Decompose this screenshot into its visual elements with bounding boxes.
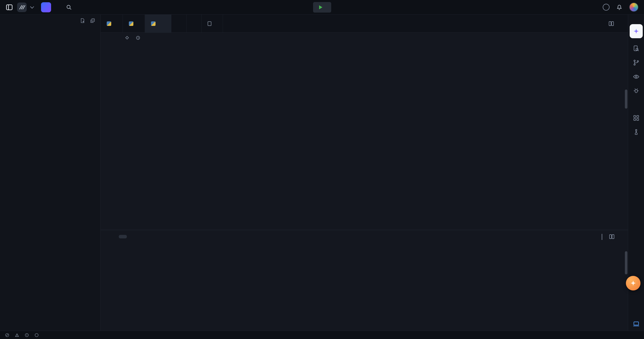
file-explorer xyxy=(0,15,101,331)
editor-tab[interactable] xyxy=(202,15,223,32)
python-file-icon xyxy=(151,21,156,26)
floating-assistant-mascot[interactable] xyxy=(626,276,640,290)
info-icon xyxy=(25,333,29,337)
play-icon xyxy=(319,5,322,9)
file-tree xyxy=(0,27,100,331)
bug-icon[interactable] xyxy=(632,87,640,95)
editor-scrollbar[interactable] xyxy=(624,43,628,230)
symbol-info-icon xyxy=(136,36,140,40)
notifications-bell-icon[interactable] xyxy=(616,4,623,11)
chevron-down-icon[interactable] xyxy=(31,7,33,8)
ports-badge[interactable] xyxy=(34,333,40,337)
editor-tab[interactable] xyxy=(123,15,145,32)
split-terminal-icon[interactable] xyxy=(609,234,615,240)
editor-area xyxy=(101,15,628,331)
terminal-output[interactable] xyxy=(101,243,628,331)
python-file-icon xyxy=(129,21,133,26)
user-avatar[interactable] xyxy=(629,3,638,12)
bottom-panel xyxy=(101,230,628,331)
scrollbar-thumb[interactable] xyxy=(625,251,627,274)
help-icon[interactable] xyxy=(603,4,610,11)
breadcrumb-item[interactable] xyxy=(136,36,142,40)
symbol-class-icon xyxy=(125,36,129,39)
code-editor[interactable] xyxy=(101,43,628,230)
workspace-logo-icon[interactable] xyxy=(17,3,27,12)
scrollbar-thumb[interactable] xyxy=(625,90,627,109)
file-search-icon[interactable] xyxy=(632,45,640,52)
editor-tab[interactable] xyxy=(101,15,123,32)
editor-tab[interactable] xyxy=(171,15,186,32)
eye-icon[interactable] xyxy=(632,73,640,80)
ai-sparkle-icon xyxy=(633,28,639,34)
editor-tab-active[interactable] xyxy=(145,15,171,32)
run-button[interactable] xyxy=(313,2,331,13)
ide-window xyxy=(0,0,644,339)
circle-icon xyxy=(34,333,39,337)
file-icon xyxy=(208,21,211,26)
breadcrumb xyxy=(101,33,628,43)
extensions-grid-icon[interactable] xyxy=(632,114,640,122)
errors-badge[interactable] xyxy=(5,333,11,337)
search-icon[interactable] xyxy=(66,4,72,11)
panel-tab-terminal[interactable] xyxy=(119,235,127,238)
python-file-icon xyxy=(107,21,111,26)
git-branch-icon[interactable] xyxy=(632,59,640,66)
warning-icon xyxy=(15,333,19,337)
project-logo-icon xyxy=(41,2,51,12)
status-bar xyxy=(0,331,644,339)
error-icon xyxy=(5,333,9,337)
panel-tab-network[interactable] xyxy=(130,235,138,238)
problems-indicator[interactable] xyxy=(5,333,40,337)
sidebar-toggle-icon[interactable] xyxy=(6,4,13,11)
panel-header xyxy=(101,230,628,243)
editor-tabbar xyxy=(101,15,628,33)
warnings-badge[interactable] xyxy=(15,333,21,337)
terminal-dropdown-icon[interactable] xyxy=(602,234,602,240)
beaker-icon[interactable] xyxy=(632,128,640,136)
explorer-header xyxy=(0,15,100,27)
ai-assistant-badge[interactable] xyxy=(630,24,643,38)
star-icon xyxy=(630,280,637,287)
split-editor-icon[interactable] xyxy=(608,21,614,27)
laptop-icon[interactable] xyxy=(632,320,640,328)
topbar xyxy=(0,0,644,15)
breadcrumb-item[interactable] xyxy=(126,36,130,39)
new-file-icon[interactable] xyxy=(80,18,85,23)
collapse-all-icon[interactable] xyxy=(90,18,95,23)
panel-tab-debug-console[interactable] xyxy=(107,235,115,238)
editor-tab[interactable] xyxy=(186,15,202,32)
info-badge[interactable] xyxy=(25,333,30,337)
